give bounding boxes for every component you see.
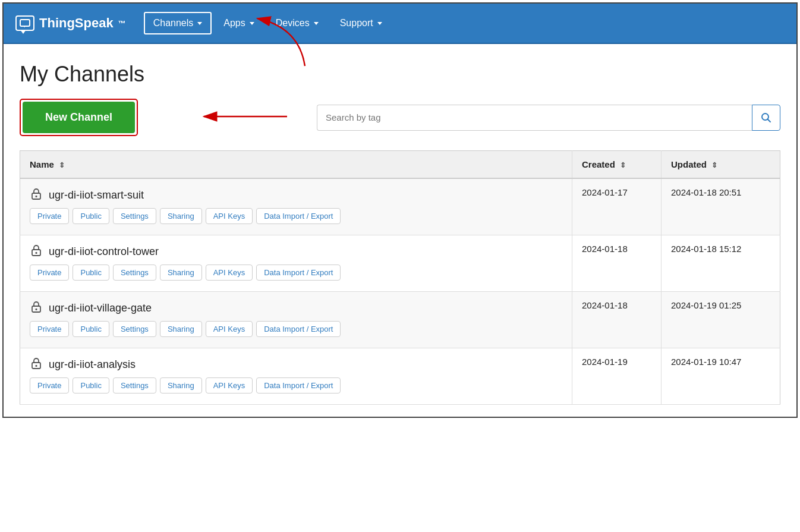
channel-actions: PrivatePublicSettingsSharingAPI KeysData… xyxy=(30,377,562,399)
sort-updated-icon[interactable]: ⇕ xyxy=(711,161,717,169)
channel-name-cell: ugr-di-iiot-smart-suitPrivatePublicSetti… xyxy=(20,178,572,235)
action-btn-data-import--export[interactable]: Data Import / Export xyxy=(256,208,341,224)
channel-actions: PrivatePublicSettingsSharingAPI KeysData… xyxy=(30,321,562,343)
lock-icon xyxy=(30,357,43,373)
brand-logo[interactable]: ThingSpeak™ xyxy=(15,15,126,31)
action-btn-sharing[interactable]: Sharing xyxy=(160,321,202,337)
channels-caret xyxy=(197,22,202,25)
action-btn-public[interactable]: Public xyxy=(73,208,109,224)
action-btn-public[interactable]: Public xyxy=(73,377,109,394)
search-input[interactable] xyxy=(317,105,752,131)
arrow-to-new-channel xyxy=(192,105,299,140)
brand-tm: ™ xyxy=(118,19,126,28)
search-button[interactable] xyxy=(752,105,780,131)
action-btn-data-import--export[interactable]: Data Import / Export xyxy=(256,265,341,281)
main-content: My Channels New Channel xyxy=(8,44,792,417)
channel-actions: PrivatePublicSettingsSharingAPI KeysData… xyxy=(30,208,562,230)
action-btn-public[interactable]: Public xyxy=(73,321,109,337)
svg-rect-0 xyxy=(20,20,30,26)
nav-items: Channels Apps Devices Support xyxy=(144,12,392,34)
devices-caret xyxy=(314,22,319,25)
action-btn-api-keys[interactable]: API Keys xyxy=(206,377,253,394)
channel-created: 2024-01-19 xyxy=(572,348,662,405)
action-btn-sharing[interactable]: Sharing xyxy=(160,265,202,281)
channel-created: 2024-01-18 xyxy=(572,292,662,348)
action-btn-sharing[interactable]: Sharing xyxy=(160,208,202,224)
action-btn-public[interactable]: Public xyxy=(73,265,109,281)
action-btn-settings[interactable]: Settings xyxy=(113,208,156,224)
svg-rect-9 xyxy=(36,252,37,254)
nav-support[interactable]: Support xyxy=(330,12,392,34)
action-btn-private[interactable]: Private xyxy=(30,377,69,394)
new-channel-wrapper: New Channel xyxy=(20,99,138,136)
table-header: Name ⇕ Created ⇕ Updated ⇕ xyxy=(20,151,780,179)
action-btn-private[interactable]: Private xyxy=(30,208,69,224)
search-wrapper xyxy=(317,105,780,131)
action-btn-api-keys[interactable]: API Keys xyxy=(206,208,253,224)
brand-name: ThingSpeak xyxy=(39,15,114,31)
lock-icon xyxy=(30,187,43,203)
svg-line-5 xyxy=(768,119,771,122)
action-btn-settings[interactable]: Settings xyxy=(113,321,156,337)
speech-bubble-icon xyxy=(20,19,30,27)
channel-name-text[interactable]: ugr-di-iiot-smart-suit xyxy=(49,189,144,202)
table-row: ugr-di-iiot-smart-suitPrivatePublicSetti… xyxy=(20,178,780,235)
new-channel-button[interactable]: New Channel xyxy=(23,102,135,133)
channel-created: 2024-01-18 xyxy=(572,235,662,292)
svg-rect-11 xyxy=(36,309,37,310)
table-row: ugr-di-iiot-analysisPrivatePublicSetting… xyxy=(20,348,780,405)
lock-icon xyxy=(30,244,43,260)
action-btn-private[interactable]: Private xyxy=(30,265,69,281)
controls-row: New Channel xyxy=(20,99,780,136)
channel-name-text[interactable]: ugr-di-iiot-control-tower xyxy=(49,245,159,258)
sort-name-icon[interactable]: ⇕ xyxy=(59,161,65,169)
page-title: My Channels xyxy=(20,62,780,87)
channel-created: 2024-01-17 xyxy=(572,178,662,235)
action-btn-settings[interactable]: Settings xyxy=(113,265,156,281)
search-icon xyxy=(761,112,771,123)
channel-name-cell: ugr-di-iiot-analysisPrivatePublicSetting… xyxy=(20,348,572,405)
action-btn-data-import--export[interactable]: Data Import / Export xyxy=(256,321,341,337)
svg-rect-13 xyxy=(36,365,37,367)
channel-name-text[interactable]: ugr-di-iiot-village-gate xyxy=(49,302,152,314)
navbar: ThingSpeak™ Channels Apps Devices Suppor… xyxy=(4,4,796,44)
nav-channels[interactable]: Channels xyxy=(144,12,212,34)
action-btn-sharing[interactable]: Sharing xyxy=(160,377,202,394)
table-row: ugr-di-iiot-village-gatePrivatePublicSet… xyxy=(20,292,780,348)
channel-name-text[interactable]: ugr-di-iiot-analysis xyxy=(49,358,136,371)
svg-rect-7 xyxy=(36,196,37,197)
support-caret xyxy=(377,22,382,25)
channel-updated: 2024-01-19 10:47 xyxy=(662,348,780,405)
channels-tbody: ugr-di-iiot-smart-suitPrivatePublicSetti… xyxy=(20,178,780,405)
nav-devices[interactable]: Devices xyxy=(266,12,328,34)
action-btn-private[interactable]: Private xyxy=(30,321,69,337)
lock-icon xyxy=(30,300,43,316)
col-created: Created ⇕ xyxy=(572,151,662,179)
channel-updated: 2024-01-18 15:12 xyxy=(662,235,780,292)
channel-name-cell: ugr-di-iiot-control-towerPrivatePublicSe… xyxy=(20,235,572,292)
channel-updated: 2024-01-18 20:51 xyxy=(662,178,780,235)
table-row: ugr-di-iiot-control-towerPrivatePublicSe… xyxy=(20,235,780,292)
nav-apps[interactable]: Apps xyxy=(214,12,263,34)
channels-table: Name ⇕ Created ⇕ Updated ⇕ ugr-di-iiot-s… xyxy=(20,150,780,405)
action-btn-api-keys[interactable]: API Keys xyxy=(206,265,253,281)
channel-actions: PrivatePublicSettingsSharingAPI KeysData… xyxy=(30,265,562,287)
action-btn-data-import--export[interactable]: Data Import / Export xyxy=(256,377,341,394)
action-btn-settings[interactable]: Settings xyxy=(113,377,156,394)
col-updated: Updated ⇕ xyxy=(662,151,780,179)
col-name: Name ⇕ xyxy=(20,151,572,179)
action-btn-api-keys[interactable]: API Keys xyxy=(206,321,253,337)
sort-created-icon[interactable]: ⇕ xyxy=(620,161,626,169)
apps-caret xyxy=(250,22,254,25)
brand-icon xyxy=(15,15,34,31)
channel-updated: 2024-01-19 01:25 xyxy=(662,292,780,348)
channel-name-cell: ugr-di-iiot-village-gatePrivatePublicSet… xyxy=(20,292,572,348)
